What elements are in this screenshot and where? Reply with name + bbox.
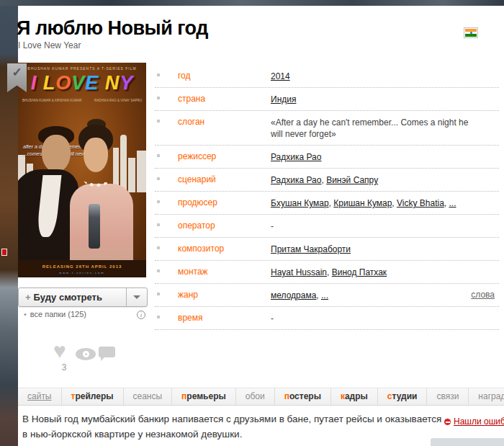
page-background-top [0, 0, 504, 6]
india-flag-icon [464, 27, 478, 38]
info-value-link[interactable]: Радхика Рао [271, 152, 321, 162]
tab-премьеры[interactable]: премьеры [172, 388, 236, 405]
info-value-link[interactable]: мелодрама [271, 290, 316, 300]
info-row: жанрмелодрама, ...слова [155, 284, 499, 307]
info-value-text: - [271, 313, 274, 324]
bullet-icon [157, 293, 160, 295]
info-value-link[interactable]: Бхушан Кумар [271, 198, 329, 208]
info-row: оператор- [155, 215, 499, 238]
skyline-shape [120, 135, 127, 192]
section-tab-bar: сайтытрейлерысеансыпремьерыобоипостерыка… [18, 388, 504, 406]
bullet-icon [157, 316, 160, 318]
watched-eye-icon[interactable] [76, 348, 96, 360]
tab-сеансы[interactable]: сеансы [124, 388, 173, 405]
info-value: «After a day he can't remember... Comes … [271, 117, 499, 140]
movie-page: Я люблю Новый год I Love New Year BHUSHA… [0, 0, 504, 446]
background-tseries-logo [1, 249, 7, 256]
poster-release-text: RELEASING 26TH APRIL 2013 [18, 264, 146, 269]
tab-кадры[interactable]: кадры [331, 388, 378, 405]
info-row: композиторПритам Чакраборти [155, 238, 499, 261]
info-row: время- [155, 307, 499, 330]
chevron-down-icon [133, 295, 140, 299]
info-value-link[interactable]: Кришан Кумар [333, 198, 392, 208]
info-label: время [178, 313, 271, 323]
movie-poster[interactable]: BHUSHAN KUMAR PRESENTS A T-SERIES FILM I… [18, 63, 146, 277]
tab-трейлеры[interactable]: трейлеры [62, 388, 124, 405]
tab-постеры[interactable]: постеры [275, 388, 331, 405]
info-label: год [178, 71, 271, 81]
tab-сайты[interactable]: сайты [18, 388, 62, 405]
info-value-text: - [271, 221, 274, 231]
watch-button[interactable]: +Буду смотреть [18, 287, 148, 307]
info-value-link[interactable]: Индия [271, 94, 296, 104]
info-label: продюсер [178, 197, 271, 208]
info-value: мелодрама, ... [271, 290, 499, 301]
favorite-heart-icon[interactable]: ♥ [53, 340, 66, 362]
rating-block-corner [431, 438, 504, 446]
info-row: сценарийРадхика Рао, Винэй Сапру [155, 169, 499, 192]
info-value-link[interactable]: 2014 [271, 71, 290, 81]
info-row: слоган«After a day he can't remember... … [155, 111, 499, 146]
info-label: монтаж [178, 267, 271, 277]
info-value-text: «After a day he can't remember... Comes … [271, 117, 468, 139]
info-label: сценарий [178, 174, 271, 184]
info-value-link[interactable]: Hayat Hussain [271, 267, 327, 277]
info-value: Притам Чакраборти [271, 244, 499, 255]
info-value: Бхушан Кумар, Кришан Кумар, Vicky Bhatia… [271, 197, 499, 209]
favorite-count: 3 [53, 362, 75, 373]
report-error-link[interactable]: Нашли ошибку? [444, 416, 504, 427]
info-label: композитор [178, 244, 271, 254]
info-row: режиссерРадхика Рао [155, 146, 499, 169]
keywords-link[interactable]: слова [471, 290, 495, 300]
skyline-shape [137, 151, 146, 192]
info-row: странаИндия [155, 88, 499, 111]
info-value: Радхика Рао [271, 151, 499, 163]
info-icon[interactable]: i [137, 311, 145, 319]
info-label: страна [178, 94, 271, 104]
watch-button-label: Буду смотреть [34, 292, 102, 303]
skyline-shape [128, 158, 135, 192]
info-label: слоган [178, 117, 271, 127]
info-value-link[interactable]: Притам Чакраборти [271, 244, 351, 254]
bullet-icon [157, 246, 160, 249]
info-value: 2014 [271, 71, 499, 82]
info-value-link[interactable]: Vicky Bhatia [397, 198, 444, 208]
tab-студии[interactable]: студии [378, 388, 428, 405]
bullet-icon [157, 177, 160, 180]
poster-bottom-strip [18, 260, 146, 277]
info-label: режиссер [178, 151, 271, 161]
info-value-link[interactable]: Винэй Сапру [326, 175, 378, 185]
comment-bubble-icon[interactable] [99, 347, 115, 357]
info-value-link[interactable]: Радхика Рао [271, 175, 321, 185]
info-value-link[interactable]: ... [449, 198, 456, 208]
tab-связи[interactable]: связи [427, 388, 469, 405]
info-row: год2014 [155, 65, 499, 88]
info-value: Индия [271, 94, 499, 105]
bullet-icon [157, 73, 160, 76]
movie-synopsis: В Новый год мумбайский банкир напивается… [22, 411, 444, 442]
watch-button-dropdown[interactable] [126, 288, 147, 306]
info-value: Hayat Hussain, Винод Патхак [271, 267, 499, 278]
tab-обои[interactable]: обои [236, 388, 275, 405]
original-title: I Love New Year [18, 40, 81, 50]
page-title: Я люблю Новый год [17, 17, 208, 40]
info-value: - [271, 313, 499, 324]
movie-info-table: год2014странаИндияслоган«After a day he … [155, 65, 499, 330]
tab-награды[interactable]: награды [469, 388, 504, 405]
poster-credits: BHUSHAN KUMAR & KRISHAN KUMAR RADHIKA RA… [22, 99, 142, 102]
bullet-icon [157, 154, 160, 157]
bullet-icon [157, 97, 160, 99]
poster-title: I LOVE NY [18, 72, 146, 94]
plus-icon: + [25, 292, 31, 303]
poster-presents-text: BHUSHAN KUMAR PRESENTS A T-SERIES FILM [18, 66, 146, 71]
info-value: Радхика Рао, Винэй Сапру [271, 174, 499, 186]
info-row: продюсерБхушан Кумар, Кришан Кумар, Vick… [155, 192, 499, 215]
error-icon [444, 419, 451, 425]
bullet-icon [157, 223, 160, 226]
info-value-link[interactable]: Винод Патхак [332, 267, 387, 277]
info-value-link[interactable]: ... [321, 290, 328, 300]
bullet-icon [157, 200, 160, 203]
all-folders-link[interactable]: •все папки (125) [24, 310, 86, 318]
info-label: оператор [178, 220, 271, 231]
info-row: монтажHayat Hussain, Винод Патхак [155, 261, 499, 284]
